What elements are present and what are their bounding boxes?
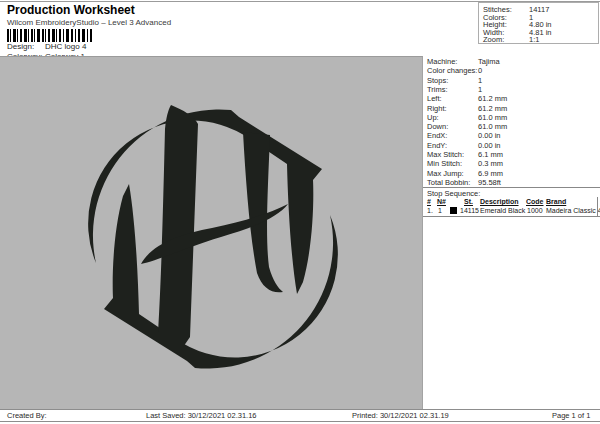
stop-sequence-divider [423, 187, 600, 188]
design-preview-canvas [0, 56, 423, 409]
trims-label: Trims: [427, 85, 448, 94]
endy-value: 0.00 in [478, 141, 501, 150]
up-label: Up: [427, 113, 439, 122]
col-num: # [427, 198, 431, 205]
stops-value: 1 [478, 76, 482, 85]
trims-value: 1 [478, 85, 482, 94]
row-code: 1000 [527, 207, 543, 214]
max-stitch-label: Max Stitch: [427, 150, 464, 159]
endx-value: 0.00 in [478, 131, 501, 140]
endx-label: EndX: [427, 131, 447, 140]
zoom-value: 1:1 [529, 35, 539, 44]
row-description: Emerald Black [480, 207, 525, 214]
col-code: Code [526, 198, 544, 205]
page-title: Production Worksheet [7, 3, 135, 17]
production-worksheet-page: Production Worksheet Wilcom EmbroiderySt… [0, 0, 600, 424]
machine-label: Machine: [427, 57, 457, 66]
max-jump-value: 6.9 mm [478, 169, 503, 178]
design-summary-box: Stitches: 14117 Colors: 1 Height: 4.80 i… [478, 2, 599, 44]
created-by-label: Created By: [7, 411, 47, 420]
row-st: 14115 [460, 207, 479, 214]
left-label: Left: [427, 94, 442, 103]
col-brand: Brand [546, 198, 566, 205]
last-saved-text: Last Saved: 30/12/2021 02.31.16 [146, 411, 257, 420]
thread-color-swatch [450, 207, 457, 214]
barcode-icon [7, 29, 93, 42]
footer-top-rule [0, 409, 600, 410]
max-jump-label: Max Jump: [427, 169, 464, 178]
stops-label: Stops: [427, 76, 448, 85]
left-value: 61.2 mm [478, 94, 507, 103]
design-label: Design: [7, 42, 34, 51]
color-changes-label: Color changes: [427, 66, 477, 75]
zoom-label: Zoom: [483, 35, 504, 44]
col-description: Description [480, 198, 519, 205]
printed-text: Printed: 30/12/2021 02.31.19 [352, 411, 449, 420]
page-number: Page 1 of 1 [552, 411, 590, 420]
col-n: N# [437, 198, 446, 205]
app-subtitle: Wilcom EmbroideryStudio – Level 3 Advanc… [7, 18, 171, 27]
min-stitch-value: 0.3 mm [478, 159, 503, 168]
right-value: 61.2 mm [478, 104, 507, 113]
down-value: 61.0 mm [478, 122, 507, 131]
endy-label: EndY: [427, 141, 447, 150]
machine-value: Tajima [478, 57, 500, 66]
total-bobbin-label: Total Bobbin: [427, 178, 470, 187]
row-brand: Madeira Classic 40 [546, 207, 600, 214]
min-stitch-label: Min Stitch: [427, 159, 462, 168]
col-st: St. [464, 198, 473, 205]
footer-bottom-rule [0, 421, 600, 422]
dhc-monogram-logo [70, 96, 360, 386]
stop-sequence-title: Stop Sequence: [427, 189, 480, 198]
total-bobbin-value: 95.58ft [478, 178, 501, 187]
row-n: 1 [438, 207, 442, 214]
row-num: 1. [427, 207, 433, 214]
right-label: Right: [427, 104, 447, 113]
table-bottom-rule [423, 216, 600, 217]
down-label: Down: [427, 122, 448, 131]
max-stitch-value: 6.1 mm [478, 150, 503, 159]
up-value: 61.0 mm [478, 113, 507, 122]
table-right-rule [597, 197, 598, 216]
color-changes-value: 0 [478, 66, 482, 75]
design-value: DHC logo 4 [45, 42, 86, 51]
